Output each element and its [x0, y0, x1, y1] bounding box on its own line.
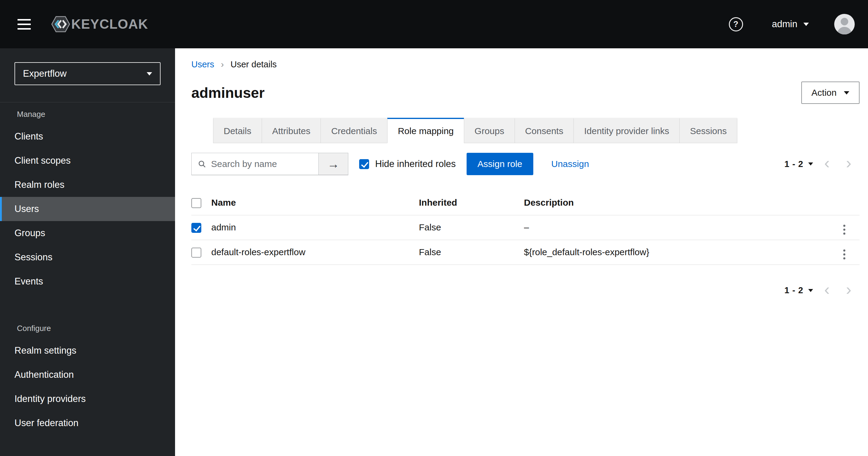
search-box: [191, 153, 319, 175]
page-layout: Expertflow Manage Clients Client scopes …: [0, 48, 868, 456]
sidebar-item-label: Events: [14, 276, 43, 287]
tab-label: Credentials: [331, 126, 377, 136]
page-title: adminuser: [191, 85, 265, 101]
sidebar-item-realm-settings[interactable]: Realm settings: [0, 339, 175, 363]
realm-name: Expertflow: [23, 68, 67, 79]
question-icon: ?: [734, 20, 739, 28]
pagination-bottom-bar: 1 - 2 ‹ ›: [191, 282, 860, 299]
action-button-label: Action: [812, 88, 837, 98]
sidebar-item-label: Client scopes: [14, 155, 71, 166]
nav-section-manage: Manage Clients Client scopes Realm roles…: [0, 102, 175, 293]
sidebar-item-sessions[interactable]: Sessions: [0, 245, 175, 269]
tab-identity-provider-links[interactable]: Identity provider links: [574, 118, 680, 143]
assign-role-button[interactable]: Assign role: [467, 153, 533, 175]
nav-section-configure: Configure Realm settings Authentication …: [0, 324, 175, 435]
sidebar-item-label: Authentication: [14, 369, 74, 380]
search-icon: [198, 159, 206, 169]
table-row: default-roles-expertflow False ${role_de…: [191, 240, 860, 264]
tab-attributes[interactable]: Attributes: [262, 118, 321, 143]
next-page-button[interactable]: ›: [838, 282, 860, 299]
chevron-down-icon: [803, 23, 809, 26]
cell-description: –: [524, 215, 840, 240]
main-content: Users › User details adminuser Action De…: [175, 48, 868, 456]
tab-label: Attributes: [272, 126, 311, 136]
breadcrumb-link-users[interactable]: Users: [191, 59, 214, 69]
column-header-description: Description: [524, 190, 840, 215]
tab-role-mapping[interactable]: Role mapping: [387, 118, 464, 143]
user-avatar[interactable]: [834, 14, 855, 34]
sidebar-item-label: User federation: [14, 418, 79, 429]
user-menu-dropdown[interactable]: admin: [772, 19, 809, 30]
nav-section-label-configure: Configure: [0, 324, 175, 339]
pagination-top: 1 - 2 ‹ ›: [781, 156, 860, 172]
cell-role-name: default-roles-expertflow: [211, 240, 419, 264]
sidebar-item-realm-roles[interactable]: Realm roles: [0, 173, 175, 197]
table-header-row: Name Inherited Description: [191, 190, 860, 215]
role-mapping-table: Name Inherited Description admin False –…: [191, 190, 860, 265]
chevron-down-icon: [808, 163, 813, 166]
username-label: admin: [772, 19, 797, 30]
sidebar-item-user-federation[interactable]: User federation: [0, 411, 175, 435]
tab-label: Details: [224, 126, 251, 136]
cell-role-name: admin: [211, 215, 419, 240]
cell-inherited: False: [419, 215, 524, 240]
keycloak-logo-icon: [51, 16, 70, 33]
tab-details[interactable]: Details: [213, 118, 262, 143]
kebab-menu-button[interactable]: [840, 248, 848, 261]
arrow-right-icon: →: [328, 157, 340, 171]
sidebar-item-client-scopes[interactable]: Client scopes: [0, 149, 175, 173]
realm-selector-dropdown[interactable]: Expertflow: [14, 62, 161, 85]
keycloak-logo[interactable]: KEYCLOAK: [51, 16, 148, 33]
select-all-checkbox[interactable]: [191, 198, 201, 208]
tab-groups[interactable]: Groups: [464, 118, 515, 143]
brand-text: KEYCLOAK: [71, 17, 148, 32]
tab-consents[interactable]: Consents: [515, 118, 574, 143]
action-dropdown-button[interactable]: Action: [801, 82, 860, 104]
column-header-actions: [840, 190, 860, 215]
tab-credentials[interactable]: Credentials: [320, 118, 388, 143]
pagination-range-dropdown[interactable]: 1 - 2: [781, 159, 816, 169]
top-header: KEYCLOAK ? admin: [0, 0, 868, 48]
pagination-bottom: 1 - 2 ‹ ›: [781, 282, 860, 299]
checkbox-icon[interactable]: [359, 159, 369, 169]
sidebar-item-authentication[interactable]: Authentication: [0, 363, 175, 387]
prev-page-button[interactable]: ‹: [816, 156, 838, 172]
table-row: admin False –: [191, 215, 860, 240]
header-actions: ? admin: [729, 14, 855, 34]
prev-page-button[interactable]: ‹: [816, 282, 838, 299]
role-mapping-toolbar: → Hide inherited roles Assign role Unass…: [191, 153, 860, 175]
sidebar-item-groups[interactable]: Groups: [0, 221, 175, 245]
tab-sessions[interactable]: Sessions: [679, 118, 737, 143]
sidebar-item-identity-providers[interactable]: Identity providers: [0, 387, 175, 411]
sidebar-item-label: Realm roles: [14, 179, 64, 190]
tab-label: Sessions: [690, 126, 727, 136]
search-group: →: [191, 153, 348, 175]
unassign-link[interactable]: Unassign: [551, 159, 589, 169]
sidebar-item-label: Groups: [14, 228, 45, 238]
help-button[interactable]: ?: [729, 17, 743, 31]
sidebar-item-clients[interactable]: Clients: [0, 124, 175, 149]
next-page-button[interactable]: ›: [838, 156, 860, 172]
sidebar-item-label: Sessions: [14, 252, 53, 263]
kebab-menu-button[interactable]: [840, 223, 848, 236]
row-checkbox[interactable]: [191, 223, 201, 233]
search-submit-button[interactable]: →: [319, 153, 348, 175]
pagination-range: 1 - 2: [784, 285, 803, 295]
hide-inherited-roles-label: Hide inherited roles: [375, 159, 456, 169]
cell-inherited: False: [419, 240, 524, 264]
sidebar-item-label: Identity providers: [14, 394, 86, 404]
sidebar-item-events[interactable]: Events: [0, 269, 175, 293]
search-input[interactable]: [211, 159, 312, 169]
column-header-inherited: Inherited: [419, 190, 524, 215]
tab-label: Groups: [474, 126, 504, 136]
row-checkbox[interactable]: [191, 248, 201, 258]
breadcrumb: Users › User details: [191, 59, 860, 69]
title-row: adminuser Action: [191, 82, 860, 104]
chevron-down-icon: [844, 91, 849, 94]
pagination-range-dropdown[interactable]: 1 - 2: [781, 285, 816, 295]
sidebar-item-users[interactable]: Users: [0, 197, 175, 221]
sidebar-item-label: Realm settings: [14, 345, 76, 356]
sidebar-toggle-button[interactable]: [16, 17, 33, 31]
chevron-right-icon: ›: [846, 154, 851, 171]
hide-inherited-roles-checkbox[interactable]: Hide inherited roles: [359, 159, 456, 169]
